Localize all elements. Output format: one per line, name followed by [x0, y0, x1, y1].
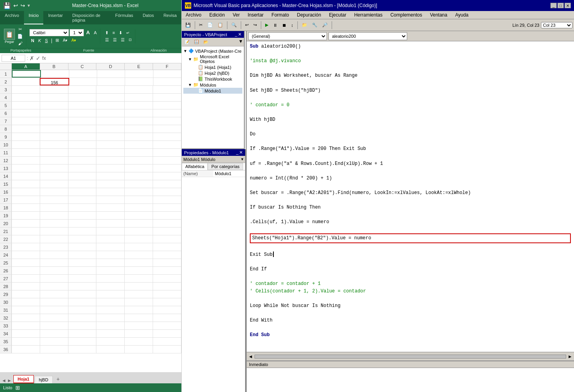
- col-header-a[interactable]: A: [12, 63, 40, 70]
- cell-b36[interactable]: [40, 346, 68, 353]
- cell-d21[interactable]: [96, 227, 125, 235]
- cell-b15[interactable]: [40, 180, 68, 188]
- menu-ventana[interactable]: Ventana: [426, 11, 451, 19]
- cell-d28[interactable]: [96, 283, 125, 290]
- cell-d31[interactable]: [96, 306, 125, 314]
- cell-b22[interactable]: [40, 235, 68, 243]
- cell-e19[interactable]: [125, 212, 153, 219]
- cell-b21[interactable]: [40, 227, 68, 235]
- cancel-formula-icon[interactable]: ✗: [30, 55, 34, 61]
- cell-c6[interactable]: [68, 109, 97, 117]
- cell-e9[interactable]: [125, 133, 153, 141]
- cell-b10[interactable]: [40, 141, 68, 148]
- border-btn[interactable]: ⊞: [54, 37, 61, 44]
- cell-c8[interactable]: [68, 125, 97, 133]
- vba-project-btn[interactable]: 📁: [300, 21, 309, 29]
- tab-revisar[interactable]: Revisa: [159, 11, 181, 24]
- cell-a15[interactable]: [12, 180, 40, 188]
- cell-a10[interactable]: [12, 141, 40, 148]
- cell-e6[interactable]: [125, 109, 153, 117]
- menu-archivo[interactable]: Archivo: [182, 11, 205, 19]
- function-icon[interactable]: fx: [42, 55, 46, 61]
- vba-paste-btn[interactable]: 📋: [216, 21, 225, 29]
- vba-objectbrowser-btn[interactable]: 🔎: [320, 21, 330, 29]
- scroll-right-code-icon[interactable]: ►: [568, 354, 572, 359]
- cell-b35[interactable]: [40, 338, 68, 345]
- cell-d23[interactable]: [96, 243, 125, 251]
- vba-break-btn[interactable]: ⏸: [271, 22, 279, 29]
- cell-d13[interactable]: [96, 165, 125, 172]
- cell-f25[interactable]: [153, 259, 181, 266]
- cell-b6[interactable]: [40, 109, 68, 117]
- cell-d19[interactable]: [96, 212, 125, 219]
- cell-c15[interactable]: [68, 180, 97, 188]
- close-btn[interactable]: ✕: [565, 3, 571, 8]
- cell-b5[interactable]: [40, 102, 68, 109]
- cell-f33[interactable]: [153, 322, 181, 329]
- cell-d1[interactable]: [97, 70, 125, 78]
- cell-c5[interactable]: [68, 102, 97, 109]
- cell-a13[interactable]: [12, 165, 40, 172]
- scroll-left-code-icon[interactable]: ◄: [248, 354, 253, 359]
- menu-herramientas[interactable]: Herramientas: [350, 11, 386, 19]
- cell-c34[interactable]: [68, 330, 97, 337]
- cell-d29[interactable]: [96, 290, 125, 298]
- modules-item[interactable]: ▼ 📁 Módulos: [183, 82, 242, 88]
- cell-b17[interactable]: [40, 196, 68, 203]
- cell-a27[interactable]: [12, 275, 40, 282]
- cell-d27[interactable]: [96, 275, 125, 282]
- cell-b3[interactable]: [40, 86, 68, 93]
- cell-a17[interactable]: [12, 196, 40, 203]
- cell-e5[interactable]: [125, 102, 153, 109]
- cell-c32[interactable]: [68, 314, 97, 322]
- cell-a9[interactable]: [12, 133, 40, 141]
- cell-a6[interactable]: [12, 109, 40, 117]
- font-name-dropdown[interactable]: Calibri: [30, 29, 69, 36]
- cell-e35[interactable]: [125, 338, 153, 345]
- cell-e22[interactable]: [125, 235, 153, 243]
- vba-redo-btn[interactable]: ↪: [251, 21, 259, 29]
- cell-e4[interactable]: [125, 94, 153, 101]
- cell-d11[interactable]: [96, 149, 125, 156]
- cell-d4[interactable]: [96, 94, 125, 101]
- align-middle-btn[interactable]: ≡: [111, 30, 116, 36]
- cell-b32[interactable]: [40, 314, 68, 322]
- cell-f29[interactable]: [153, 290, 181, 298]
- cell-c26[interactable]: [68, 267, 97, 274]
- cell-b23[interactable]: [40, 243, 68, 251]
- cell-d16[interactable]: [96, 188, 125, 196]
- vba-save-btn[interactable]: 💾: [183, 21, 193, 29]
- col-dropdown[interactable]: Col 23: [541, 22, 572, 28]
- sheet-tab-hjbd[interactable]: hjBD: [35, 376, 53, 383]
- menu-ayuda[interactable]: Ayuda: [451, 11, 472, 19]
- cell-f31[interactable]: [153, 306, 181, 314]
- cell-f30[interactable]: [153, 298, 181, 306]
- cell-a24[interactable]: [12, 251, 40, 259]
- cell-a28[interactable]: [12, 283, 40, 290]
- minimize-btn[interactable]: _: [550, 3, 557, 8]
- cell-c18[interactable]: [68, 204, 97, 211]
- cell-f9[interactable]: [153, 133, 181, 141]
- cell-e1[interactable]: [125, 70, 153, 78]
- cell-f16[interactable]: [153, 188, 181, 196]
- cell-f7[interactable]: [153, 117, 181, 125]
- cell-e32[interactable]: [125, 314, 153, 322]
- cell-a19[interactable]: [12, 212, 40, 219]
- cell-b33[interactable]: [40, 322, 68, 329]
- cell-f6[interactable]: [153, 109, 181, 117]
- cell-e25[interactable]: [125, 259, 153, 266]
- cell-b7[interactable]: [40, 117, 68, 125]
- align-bottom-btn[interactable]: ⬇: [117, 30, 124, 36]
- col-header-d[interactable]: D: [96, 63, 125, 70]
- cell-e34[interactable]: [125, 330, 153, 337]
- cell-e2[interactable]: [125, 78, 153, 85]
- cell-e23[interactable]: [125, 243, 153, 251]
- cell-f15[interactable]: [153, 180, 181, 188]
- cell-d12[interactable]: [96, 157, 125, 164]
- cell-a25[interactable]: [12, 259, 40, 266]
- proj-toggle-folders-btn[interactable]: 📂: [201, 39, 210, 45]
- menu-edicion[interactable]: Edición: [205, 11, 229, 19]
- cell-d20[interactable]: [96, 220, 125, 227]
- cell-f14[interactable]: [153, 172, 181, 180]
- cell-b26[interactable]: [40, 267, 68, 274]
